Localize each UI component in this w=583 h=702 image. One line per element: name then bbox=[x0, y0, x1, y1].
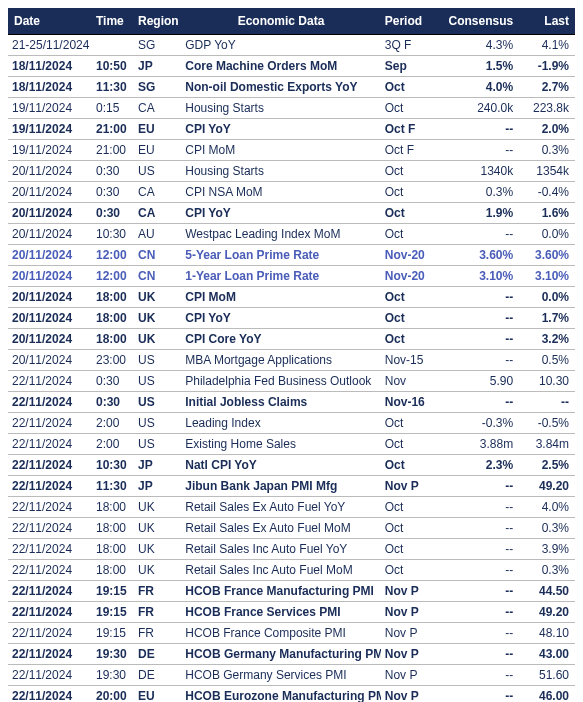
cell-data: Retail Sales Ex Auto Fuel YoY bbox=[181, 497, 380, 518]
cell-time: 10:30 bbox=[92, 224, 134, 245]
cell-data: GDP YoY bbox=[181, 35, 380, 56]
table-row: 22/11/202419:15FRHCOB France Composite P… bbox=[8, 623, 575, 644]
cell-date: 20/11/2024 bbox=[8, 182, 92, 203]
cell-region: CA bbox=[134, 203, 181, 224]
cell-consensus: -- bbox=[438, 308, 517, 329]
table-row: 20/11/202418:00UKCPI MoMOct--0.0% bbox=[8, 287, 575, 308]
cell-last: 1.6% bbox=[517, 203, 575, 224]
cell-last: 1.7% bbox=[517, 308, 575, 329]
cell-period: Oct F bbox=[381, 119, 439, 140]
cell-period: Oct bbox=[381, 539, 439, 560]
header-data: Economic Data bbox=[181, 8, 380, 35]
cell-period: Oct bbox=[381, 161, 439, 182]
cell-region: US bbox=[134, 392, 181, 413]
cell-time: 23:00 bbox=[92, 350, 134, 371]
cell-data: Housing Starts bbox=[181, 161, 380, 182]
table-row: 18/11/202410:50JPCore Machine Orders MoM… bbox=[8, 56, 575, 77]
table-row: 18/11/202411:30SGNon-oil Domestic Export… bbox=[8, 77, 575, 98]
cell-date: 22/11/2024 bbox=[8, 686, 92, 703]
cell-time: 18:00 bbox=[92, 560, 134, 581]
table-row: 20/11/202410:30AUWestpac Leading Index M… bbox=[8, 224, 575, 245]
cell-last: -0.5% bbox=[517, 413, 575, 434]
cell-last: 2.7% bbox=[517, 77, 575, 98]
cell-consensus: -- bbox=[438, 140, 517, 161]
cell-region: SG bbox=[134, 77, 181, 98]
cell-time: 0:30 bbox=[92, 161, 134, 182]
cell-data: Initial Jobless Claims bbox=[181, 392, 380, 413]
cell-data: Housing Starts bbox=[181, 98, 380, 119]
cell-region: FR bbox=[134, 602, 181, 623]
cell-data: HCOB Germany Manufacturing PMI bbox=[181, 644, 380, 665]
cell-region: DE bbox=[134, 665, 181, 686]
cell-period: Oct bbox=[381, 455, 439, 476]
cell-period: 3Q F bbox=[381, 35, 439, 56]
cell-period: Oct bbox=[381, 560, 439, 581]
table-row: 20/11/202418:00UKCPI YoYOct--1.7% bbox=[8, 308, 575, 329]
cell-data: Existing Home Sales bbox=[181, 434, 380, 455]
cell-consensus: 4.0% bbox=[438, 77, 517, 98]
cell-period: Oct bbox=[381, 413, 439, 434]
cell-consensus: -- bbox=[438, 602, 517, 623]
cell-period: Nov-20 bbox=[381, 266, 439, 287]
cell-last: 0.0% bbox=[517, 287, 575, 308]
cell-period: Nov bbox=[381, 371, 439, 392]
cell-date: 22/11/2024 bbox=[8, 518, 92, 539]
cell-region: US bbox=[134, 371, 181, 392]
cell-time: 2:00 bbox=[92, 434, 134, 455]
cell-region: UK bbox=[134, 518, 181, 539]
cell-date: 20/11/2024 bbox=[8, 245, 92, 266]
cell-last: 3.60% bbox=[517, 245, 575, 266]
cell-region: UK bbox=[134, 497, 181, 518]
table-body: 21-25/11/2024SGGDP YoY3Q F4.3%4.1%18/11/… bbox=[8, 35, 575, 703]
cell-date: 22/11/2024 bbox=[8, 371, 92, 392]
cell-time: 18:00 bbox=[92, 287, 134, 308]
cell-period: Nov P bbox=[381, 476, 439, 497]
cell-region: UK bbox=[134, 329, 181, 350]
cell-region: FR bbox=[134, 581, 181, 602]
cell-last: 10.30 bbox=[517, 371, 575, 392]
cell-last: 51.60 bbox=[517, 665, 575, 686]
cell-date: 20/11/2024 bbox=[8, 308, 92, 329]
cell-date: 20/11/2024 bbox=[8, 161, 92, 182]
table-row: 22/11/202418:00UKRetail Sales Inc Auto F… bbox=[8, 560, 575, 581]
table-row: 22/11/202419:15FRHCOB France Manufacturi… bbox=[8, 581, 575, 602]
cell-time: 11:30 bbox=[92, 476, 134, 497]
cell-last: 48.10 bbox=[517, 623, 575, 644]
cell-time: 0:30 bbox=[92, 203, 134, 224]
cell-period: Sep bbox=[381, 56, 439, 77]
cell-data: CPI YoY bbox=[181, 119, 380, 140]
cell-period: Nov-15 bbox=[381, 350, 439, 371]
cell-period: Oct bbox=[381, 497, 439, 518]
cell-last: 3.10% bbox=[517, 266, 575, 287]
cell-region: CA bbox=[134, 182, 181, 203]
cell-consensus: 1.5% bbox=[438, 56, 517, 77]
cell-data: Non-oil Domestic Exports YoY bbox=[181, 77, 380, 98]
cell-last: 223.8k bbox=[517, 98, 575, 119]
cell-period: Oct F bbox=[381, 140, 439, 161]
cell-date: 22/11/2024 bbox=[8, 497, 92, 518]
cell-consensus: 3.88m bbox=[438, 434, 517, 455]
cell-date: 19/11/2024 bbox=[8, 140, 92, 161]
cell-date: 19/11/2024 bbox=[8, 119, 92, 140]
cell-period: Nov P bbox=[381, 644, 439, 665]
table-row: 19/11/202421:00EUCPI YoYOct F--2.0% bbox=[8, 119, 575, 140]
economic-data-table: Date Time Region Economic Data Period Co… bbox=[8, 8, 575, 702]
cell-region: EU bbox=[134, 119, 181, 140]
table-row: 22/11/20242:00USLeading IndexOct-0.3%-0.… bbox=[8, 413, 575, 434]
cell-last: 4.1% bbox=[517, 35, 575, 56]
header-date: Date bbox=[8, 8, 92, 35]
header-period: Period bbox=[381, 8, 439, 35]
cell-time: 0:30 bbox=[92, 392, 134, 413]
cell-date: 22/11/2024 bbox=[8, 623, 92, 644]
cell-consensus: -- bbox=[438, 539, 517, 560]
cell-data: Retail Sales Ex Auto Fuel MoM bbox=[181, 518, 380, 539]
cell-data: 5-Year Loan Prime Rate bbox=[181, 245, 380, 266]
cell-data: 1-Year Loan Prime Rate bbox=[181, 266, 380, 287]
cell-last: 1354k bbox=[517, 161, 575, 182]
cell-date: 22/11/2024 bbox=[8, 476, 92, 497]
cell-last: 0.5% bbox=[517, 350, 575, 371]
cell-last: 0.3% bbox=[517, 518, 575, 539]
cell-consensus: 1340k bbox=[438, 161, 517, 182]
cell-consensus: 2.3% bbox=[438, 455, 517, 476]
cell-consensus: 5.90 bbox=[438, 371, 517, 392]
